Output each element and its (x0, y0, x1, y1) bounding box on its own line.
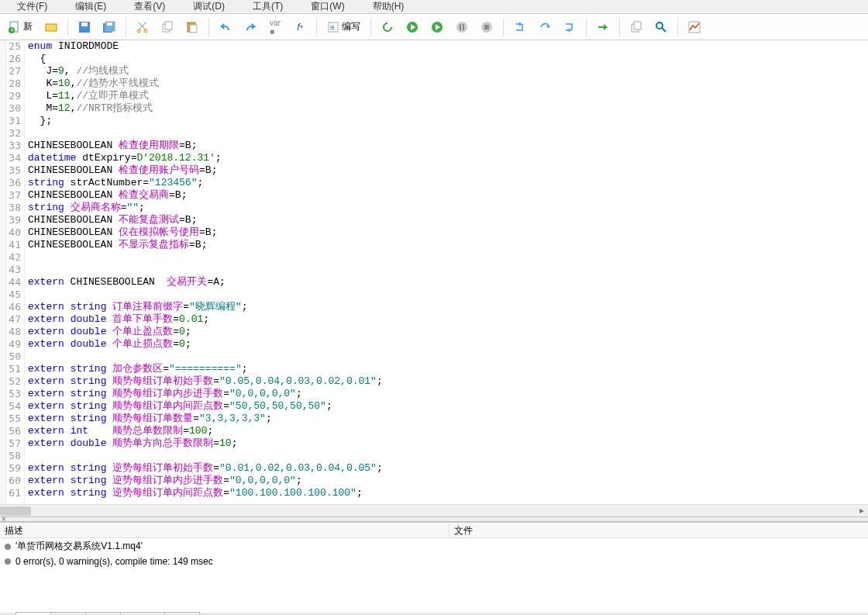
svg-text:+: + (10, 26, 14, 33)
svg-rect-16 (190, 25, 197, 33)
line-gutter: 2526272829303132333435363738394041424344… (6, 40, 25, 504)
copy-icon (161, 21, 174, 33)
svg-rect-29 (634, 22, 641, 29)
toolbar-separator (316, 18, 317, 36)
toolbar-separator (126, 18, 126, 36)
stop-icon (480, 21, 493, 33)
output-rows: '单货币网格交易系统V1.1.mq4'0 error(s), 0 warning… (0, 538, 868, 613)
step-into-button[interactable] (508, 16, 532, 38)
step-out-button[interactable] (558, 16, 581, 38)
cut-icon (136, 21, 149, 33)
save-icon (78, 21, 91, 33)
open-button[interactable] (40, 16, 63, 38)
go-to-button[interactable] (591, 16, 615, 38)
menu-item[interactable]: 查看(V) (131, 0, 168, 13)
copy2-button[interactable] (625, 16, 648, 38)
toolbar-separator (586, 18, 587, 36)
undo-icon (219, 21, 232, 33)
svg-rect-5 (81, 22, 88, 26)
function-button[interactable]: f▾ (288, 16, 312, 38)
output-header: 描述 文件 (0, 523, 868, 538)
compile-button-label: 编写 (342, 20, 360, 33)
menu-item[interactable]: 调试(D) (190, 0, 228, 13)
step-out-icon (563, 21, 576, 33)
output-text: 0 error(s), 0 warning(s), compile time: … (16, 556, 213, 567)
debug-stop-button[interactable] (475, 16, 498, 38)
menu-item[interactable]: 窗口(W) (308, 0, 347, 13)
step-into-icon (514, 21, 526, 33)
svg-text:≡: ≡ (330, 23, 335, 32)
panel-splitter[interactable] (0, 517, 868, 522)
folder-open-icon (45, 21, 57, 33)
output-tab[interactable]: 错误 (16, 612, 51, 615)
editor-area: 2526272829303132333435363738394041424344… (0, 40, 868, 504)
col-description[interactable]: 描述 (0, 523, 450, 537)
pause-icon (456, 21, 468, 33)
copy-button[interactable] (156, 16, 179, 38)
goto-icon (597, 21, 609, 33)
menu-item[interactable]: 帮助(H) (370, 0, 408, 13)
toolbar-separator (67, 18, 68, 36)
compile-icon: ≡ (327, 21, 339, 33)
scroll-right-icon[interactable]: ▸ (856, 505, 868, 517)
svg-point-30 (656, 22, 663, 29)
menu-item[interactable]: 工具(T) (250, 0, 286, 13)
toolbar-separator (370, 18, 371, 36)
paste-icon (186, 21, 198, 33)
step-over-button[interactable] (533, 16, 556, 38)
svg-rect-27 (484, 25, 489, 29)
chart-icon (688, 21, 701, 33)
menu-item[interactable]: 文件(F) (14, 0, 50, 13)
debug-pause-button[interactable] (450, 16, 474, 38)
output-tab[interactable]: 代码库 (120, 612, 165, 615)
output-row[interactable]: '单货币网格交易系统V1.1.mq4' (0, 538, 868, 555)
status-dot-icon (5, 558, 11, 565)
output-row[interactable]: 0 error(s), 0 warning(s), compile time: … (0, 555, 868, 568)
search-icon (655, 21, 667, 33)
svg-rect-24 (460, 24, 461, 30)
chart-button[interactable] (683, 16, 706, 38)
var-button[interactable]: var■ (264, 16, 287, 38)
svg-line-31 (662, 28, 666, 32)
paste-button[interactable] (181, 16, 204, 38)
cut-button[interactable] (131, 16, 154, 38)
undo-button[interactable] (214, 16, 237, 38)
svg-rect-8 (107, 22, 112, 26)
play-icon (406, 21, 418, 33)
code-editor[interactable]: enum INIORDMODE { J=9, //均线模式 K=10,//趋势水… (25, 40, 868, 504)
find-button[interactable] (649, 16, 673, 38)
toolbar-separator (677, 18, 678, 36)
marker-strip (0, 40, 6, 504)
toolbar-separator (503, 18, 504, 36)
play-alt-icon (431, 21, 443, 33)
save-all-icon (102, 21, 116, 33)
svg-rect-14 (165, 22, 172, 29)
output-tab[interactable]: 文章 (85, 612, 121, 615)
output-tab[interactable]: 搜索 (50, 612, 86, 615)
editor-horizontal-scrollbar[interactable]: ◂ ▸ (0, 504, 868, 517)
col-file[interactable]: 文件 (450, 523, 477, 537)
output-text: '单货币网格交易系统V1.1.mq4' (16, 540, 143, 553)
documents-icon (630, 21, 642, 33)
redo-icon (244, 21, 257, 33)
menu-item[interactable]: 编辑(E) (72, 0, 109, 13)
toolbar-separator (619, 18, 620, 36)
save-button[interactable] (73, 16, 96, 38)
var-icon: var■ (270, 19, 281, 36)
debug-restart-button[interactable] (376, 16, 399, 38)
restart-icon (381, 21, 394, 33)
output-panel: 描述 文件 '单货币网格交易系统V1.1.mq4'0 error(s), 0 w… (0, 522, 868, 613)
redo-button[interactable] (239, 16, 262, 38)
svg-rect-3 (46, 24, 57, 31)
new-button[interactable]: + 新 (3, 16, 38, 38)
status-dot-icon (5, 544, 11, 550)
output-tab[interactable]: 日志 (164, 612, 200, 615)
compile-button[interactable]: ≡ 编写 (322, 16, 366, 38)
new-button-label: 新 (23, 20, 33, 33)
svg-point-23 (456, 22, 467, 33)
save-all-button[interactable] (98, 16, 121, 38)
debug-play2-button[interactable] (425, 16, 449, 38)
svg-rect-25 (463, 24, 464, 30)
toolbar-separator (208, 18, 209, 36)
debug-play-button[interactable] (401, 16, 424, 38)
